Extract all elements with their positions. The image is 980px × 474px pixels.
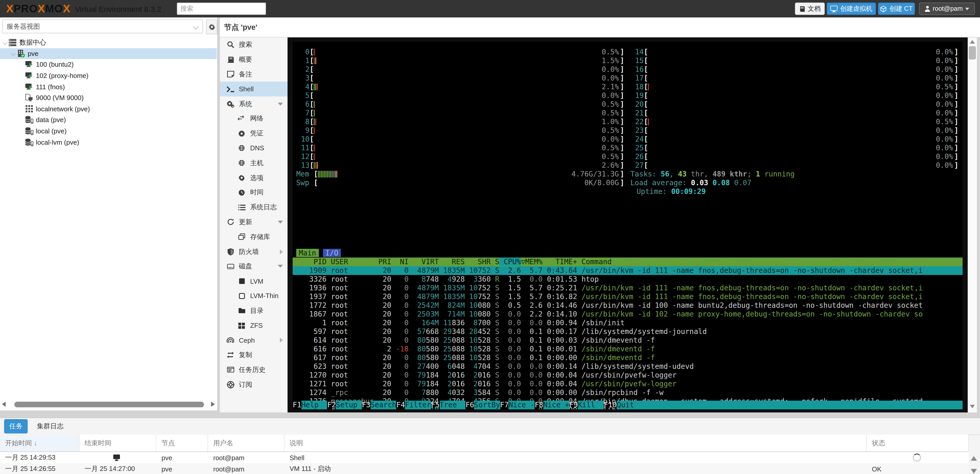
gap <box>624 65 630 74</box>
scroll-down-icon[interactable] <box>970 405 975 409</box>
column-header-用户名[interactable]: 用户名 <box>208 434 285 452</box>
menu-item--[interactable]: 备注 <box>220 67 288 82</box>
menu-item--[interactable]: 凭证 <box>220 126 288 141</box>
menu-item--[interactable]: 概要 <box>220 52 288 67</box>
menu-item-label: 订阅 <box>239 380 252 389</box>
process-row-1936: 1936 root 20 0 4879M 1835M 10752 S 1.5 5… <box>293 284 963 292</box>
menu-item--[interactable]: 网络 <box>220 111 288 126</box>
page-title: 节点 'pve' <box>224 22 257 32</box>
cpu-meter: 22[0.5%] <box>630 118 958 126</box>
menu-item--[interactable]: 磁盘 <box>220 259 288 274</box>
menu-item--[interactable]: 更新 <box>220 215 288 230</box>
cpu-meter: 6[0.5%] <box>296 100 624 109</box>
menu-item-label: LVM-Thin <box>250 292 278 300</box>
view-selector[interactable]: 服务器视图 <box>2 19 203 34</box>
tree-item-localnetwork-pve-[interactable]: localnetwork (pve) <box>0 104 217 114</box>
column-header-开始时间[interactable]: 开始时间↓ <box>0 434 80 452</box>
fkey-label: Setup <box>336 401 362 409</box>
menu-item--[interactable]: 搜索 <box>220 37 288 52</box>
terminal-scrollbar[interactable] <box>968 37 977 412</box>
tab-cluster-log[interactable]: 集群日志 <box>32 419 69 434</box>
create-ct-button[interactable]: 创建 CT <box>878 3 915 15</box>
cpu-meter-row: 13[2.6%] 27[0.0%] <box>296 161 963 170</box>
tree-item-111-fnos-[interactable]: 111 (fnos) <box>0 81 217 93</box>
user-menu-button[interactable]: root@pam <box>919 3 975 15</box>
column-header-节点[interactable]: 节点 <box>156 434 208 452</box>
tree-item-100-buntu2-[interactable]: 100 (buntu2) <box>0 59 217 70</box>
tab-tasks[interactable]: 任务 <box>4 419 28 434</box>
menu-item-label: 备注 <box>239 70 252 79</box>
tree-expander-icon[interactable] <box>2 40 8 45</box>
meter-bar <box>317 162 318 169</box>
tree-item-data-pve-[interactable]: data (pve) <box>0 114 217 125</box>
menu-item-dns[interactable]: DNS <box>220 141 288 156</box>
global-search-input[interactable] <box>177 3 266 15</box>
cpu-meter-row: 10[0.0%] 24[0.0%] <box>296 135 963 144</box>
menu-item--[interactable]: 防火墙 <box>220 244 288 259</box>
tree-expander-icon[interactable] <box>10 51 16 56</box>
tree-item-local-lvm-pve-[interactable]: local-lvm (pve) <box>0 137 217 148</box>
menu-item-zfs[interactable]: ZFS <box>220 318 288 333</box>
menu-item--[interactable]: 任务历史 <box>220 362 288 377</box>
menu-item-label: Shell <box>239 85 254 93</box>
menu-item-shell[interactable]: Shell <box>220 82 288 97</box>
column-header-说明[interactable]: 说明 <box>285 434 867 452</box>
fkey-f6: F6 <box>465 401 474 409</box>
gap <box>624 56 630 65</box>
cert-icon <box>238 130 245 137</box>
view-settings-button[interactable] <box>206 19 217 34</box>
tree-item-102-proxy-home-[interactable]: 102 (proxy-home) <box>0 70 217 81</box>
menu-item-lvm-thin[interactable]: LVM-Thin <box>220 289 288 303</box>
menu-item--[interactable]: 目录 <box>220 303 288 318</box>
menu-item--[interactable]: 时间 <box>220 185 288 200</box>
scrollbar-thumb[interactable] <box>969 46 976 59</box>
menu-item--[interactable]: 系统 <box>220 96 288 111</box>
tree-item-local-pve-[interactable]: local (pve) <box>0 126 217 137</box>
vm-running-icon <box>25 72 33 80</box>
task-row[interactable]: 一月 25 14:29:53pveroot@pamShell <box>0 452 969 464</box>
task-row[interactable]: 一月 25 14:26:55一月 25 14:27:00pveroot@pamV… <box>0 463 969 474</box>
meter-bar <box>315 162 317 169</box>
documentation-button[interactable]: 文档 <box>795 3 825 15</box>
menu-item--[interactable]: 存储库 <box>220 230 288 244</box>
storage-icon <box>25 116 33 124</box>
menu-item-label: 存储库 <box>250 232 270 242</box>
gap <box>624 135 630 144</box>
column-header-结束时间[interactable]: 结束时间 <box>80 434 156 452</box>
menu-item--[interactable]: 复制 <box>220 348 288 362</box>
menu-item-lvm[interactable]: LVM <box>220 274 288 289</box>
scroll-right-icon[interactable] <box>211 402 215 407</box>
meter-track: 0K/8.00G <box>318 179 620 187</box>
menu-item--[interactable]: 系统日志 <box>220 200 288 215</box>
menu-item-ceph[interactable]: Ceph <box>220 333 288 348</box>
column-header-状态[interactable]: 状态 <box>867 434 969 452</box>
meter-track: 0.5% <box>648 83 954 91</box>
task-table-header: 开始时间↓结束时间节点用户名说明状态 <box>0 434 969 452</box>
cpu-meter: 16[0.0%] <box>630 65 958 74</box>
gap <box>624 100 630 109</box>
scroll-up-icon[interactable] <box>971 456 977 461</box>
menu-item--[interactable]: 选项 <box>220 170 288 185</box>
cpu-meter-row: 3[0.0%] 17[0.0%] <box>296 74 963 83</box>
tree-item-pve[interactable]: pve <box>0 48 217 59</box>
meter-bar <box>327 171 328 177</box>
scrollbar-thumb[interactable] <box>14 402 204 407</box>
scroll-down-icon[interactable] <box>971 469 977 474</box>
tree-item--[interactable]: 数据中心 <box>0 37 217 48</box>
shell-terminal[interactable]: 0[0.5%] 14[0.0%] 1[1.5%] 15[0.0%] 2[0.0%… <box>288 37 977 412</box>
create-vm-button[interactable]: 创建虚拟机 <box>827 3 876 15</box>
menu-item--[interactable]: 订阅 <box>220 377 288 392</box>
gap <box>624 91 630 100</box>
search-icon <box>227 41 234 48</box>
fkey-label: Kill <box>578 401 604 409</box>
tree-item-9000-vm-9000-[interactable]: 9000 (VM 9000) <box>0 93 217 104</box>
sidebar-horizontal-scrollbar[interactable] <box>0 401 217 409</box>
meter-bar <box>314 127 315 134</box>
mem-row: Mem[4.76G/31.3G]Tasks: 56, 43 thr, 489 k… <box>296 170 963 179</box>
cpu-meter: 8[1.0%] <box>296 118 624 126</box>
menu-item--[interactable]: 主机 <box>220 156 288 171</box>
scroll-up-icon[interactable] <box>970 40 975 44</box>
menu-item-label: 选项 <box>250 173 264 182</box>
scroll-left-icon[interactable] <box>2 402 6 407</box>
cpu-meter-row: 9[0.5%] 23[0.0%] <box>296 126 963 135</box>
